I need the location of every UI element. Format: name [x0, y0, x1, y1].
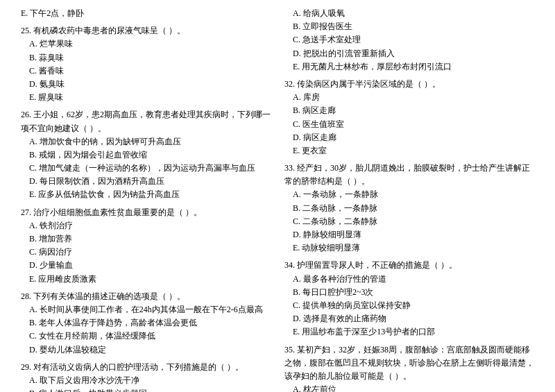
- option: A. 一条动脉，一条静脉: [284, 188, 534, 201]
- option: C. 医生值班室: [284, 118, 534, 131]
- option: B. 病人漱口后，协助带义齿戴回: [21, 387, 271, 392]
- option: A. 铁剂治疗: [21, 219, 271, 232]
- option: A. 最多各种治疗性的管道: [284, 273, 534, 286]
- option: B. 立即报告医生: [284, 20, 534, 33]
- question-title: 25. 有机磷农药中毒患者的尿液气味呈（ ）。: [21, 24, 271, 37]
- question-block-q33: 33. 经产妇，30岁，胎儿阴道娩出，胎膜破裂时，护士给产生讲解正常的脐带结构是…: [284, 162, 534, 255]
- left-column: E. 下午2点，静卧25. 有机磷农药中毒患者的尿液气味呈（ ）。A. 烂苹果味…: [21, 7, 271, 392]
- option: B. 增加营养: [21, 232, 271, 246]
- right-column: A. 给病人吸氧B. 立即报告医生C. 急送手术室处理D. 把脱出的引流管重新插…: [284, 7, 534, 392]
- option: E. 用温纱布盖于深至少13号护者的口部: [284, 325, 534, 339]
- question-block-q25: 25. 有机磷农药中毒患者的尿液气味呈（ ）。A. 烂苹果味B. 蒜臭味C. 酱…: [21, 24, 271, 104]
- question-title: 28. 下列有关体温的描述正确的选项是（ ）。: [21, 290, 271, 303]
- option: E. 用无菌凡士林纱布，厚层纱布封闭引流口: [284, 60, 534, 74]
- option: C. 增加气健走（一种运动的名称），因为运动升高漏率与血压: [21, 162, 271, 175]
- question-block-q29: 29. 对有活动义齿病人的口腔护理活动，下列措施是的（ ）。A. 取下后义齿用冷…: [21, 361, 271, 392]
- option: C. 酱香味: [21, 65, 271, 78]
- option: E. 应多从低钠盐饮食，因为钠盐升高血压: [21, 188, 271, 201]
- option: A. 长时间从事使间工作者，在24h内其体温一般在下午2-6点最高: [21, 303, 271, 316]
- question-title: 35. 某初产妇，32岁，妊娠38周，腹部触诊：宫底部触及圆而硬能移之物，腹部在…: [284, 343, 534, 384]
- question-block-q_e_prev: E. 下午2点，静卧: [21, 7, 271, 20]
- question-block-q35: 35. 某初产妇，32岁，妊娠38周，腹部触诊：宫底部触及圆而硬能移之物，腹部在…: [284, 343, 534, 393]
- option: B. 病区走廊: [284, 104, 534, 117]
- option: E. 腥臭味: [21, 91, 271, 104]
- question-title: 27. 治疗小组细胞低血素性贫血最重要的是（ ）。: [21, 206, 271, 219]
- option: D. 静脉较细明显薄: [284, 228, 534, 241]
- question-title: 32. 传染病区内属于半污染区域的是（ ）。: [284, 78, 534, 91]
- question-block-q34: 34. 护理留置导尿人时，不正确的措施是（ ）。A. 最多各种治疗性的管道B. …: [284, 259, 534, 339]
- option: B. 蒜臭味: [21, 51, 271, 65]
- option: D. 选择是有效的止痛药物: [284, 312, 534, 325]
- option: B. 二条动脉，一条静脉: [284, 202, 534, 215]
- option: C. 二条动脉，二条静脉: [284, 215, 534, 228]
- option: A. 增加饮食中的钠，因为缺钾可升高血压: [21, 135, 271, 148]
- option: D. 氨臭味: [21, 78, 271, 91]
- question-block-q32: 32. 传染病区内属于半污染区域的是（ ）。A. 库房B. 病区走廊C. 医生值…: [284, 78, 534, 157]
- page-content: E. 下午2点，静卧25. 有机磷农药中毒患者的尿液气味呈（ ）。A. 烂苹果味…: [21, 7, 534, 392]
- option: D. 每日限制饮酒，因为酒精升高血压: [21, 175, 271, 188]
- option: D. 婴幼儿体温较稳定: [21, 343, 271, 357]
- main-columns: E. 下午2点，静卧25. 有机磷农药中毒患者的尿液气味呈（ ）。A. 烂苹果味…: [21, 7, 534, 392]
- option: A. 库房: [284, 91, 534, 104]
- question-title: E. 下午2点，静卧: [21, 7, 271, 20]
- option: E. 动脉较细明显薄: [284, 241, 534, 255]
- question-title: 26. 王小姐，62岁，患2期高血压，教育患者处理其疾病时，下列哪一项不宜向她建…: [21, 108, 271, 135]
- option: B. 戒烟，因为烟会引起血管收缩: [21, 148, 271, 162]
- option: B. 老年人体温存于降趋势，高龄者体温会更低: [21, 316, 271, 330]
- option: E. 更衣室: [284, 144, 534, 157]
- option: D. 少量输血: [21, 259, 271, 272]
- question-title: 34. 护理留置导尿人时，不正确的措施是（ ）。: [284, 259, 534, 272]
- option: C. 提供单独的病员室以保持安静: [284, 299, 534, 312]
- option: D. 病区走廊: [284, 131, 534, 144]
- option: C. 病因治疗: [21, 246, 271, 259]
- option: A. 给病人吸氧: [284, 7, 534, 20]
- option: A. 烂苹果味: [21, 37, 271, 51]
- option: C. 女性在月经前期，体温经缓降低: [21, 330, 271, 343]
- option: A. 枕左前位: [284, 383, 534, 392]
- option: E. 应用雌皮质激素: [21, 273, 271, 286]
- question-block-q26: 26. 王小姐，62岁，患2期高血压，教育患者处理其疾病时，下列哪一项不宜向她建…: [21, 108, 271, 201]
- option: C. 急送手术室处理: [284, 33, 534, 46]
- option: D. 把脱出的引流管重新插入: [284, 47, 534, 60]
- question-block-q28: 28. 下列有关体温的描述正确的选项是（ ）。A. 长时间从事使间工作者，在24…: [21, 290, 271, 357]
- question-block-q31_options: A. 给病人吸氧B. 立即报告医生C. 急送手术室处理D. 把脱出的引流管重新插…: [284, 7, 534, 74]
- question-title: 29. 对有活动义齿病人的口腔护理活动，下列措施是的（ ）。: [21, 361, 271, 374]
- question-title: 33. 经产妇，30岁，胎儿阴道娩出，胎膜破裂时，护士给产生讲解正常的脐带结构是…: [284, 162, 534, 188]
- option: A. 取下后义齿用冷水沙洗干净: [21, 374, 271, 387]
- option: B. 每日口腔护理2~3次: [284, 286, 534, 299]
- question-block-q27: 27. 治疗小组细胞低血素性贫血最重要的是（ ）。A. 铁剂治疗B. 增加营养C…: [21, 206, 271, 286]
